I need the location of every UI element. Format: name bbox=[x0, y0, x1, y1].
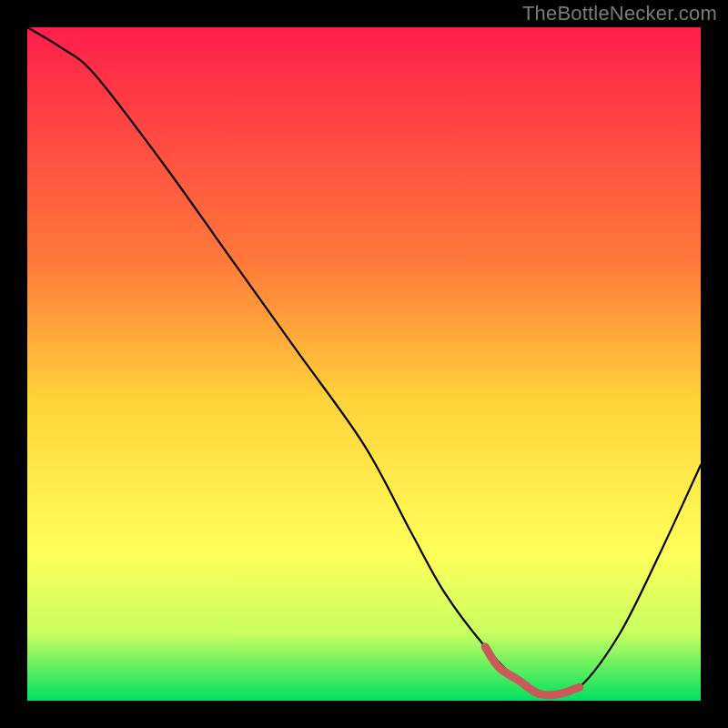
plot-background bbox=[27, 27, 701, 701]
chart-container: TheBottleNecker.com bbox=[0, 0, 728, 728]
bottleneck-chart bbox=[0, 0, 728, 728]
attribution-text: TheBottleNecker.com bbox=[522, 2, 717, 25]
